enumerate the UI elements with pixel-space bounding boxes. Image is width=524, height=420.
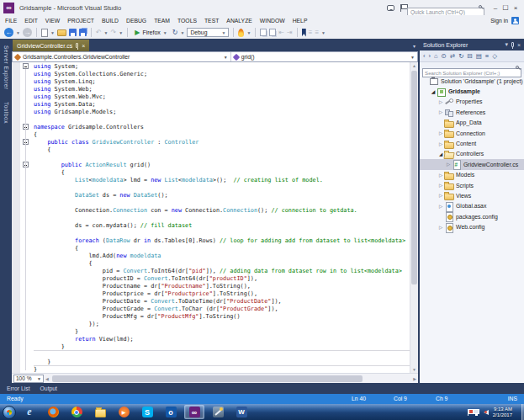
pin-icon[interactable] xyxy=(511,42,514,47)
taskbar-skype[interactable]: S xyxy=(137,405,157,419)
expander-icon[interactable]: ▷ xyxy=(437,141,444,146)
editor-zoom-combo[interactable]: 100 % ▼ xyxy=(13,375,44,383)
forward-icon[interactable]: › xyxy=(429,52,431,60)
navigate-to-icon[interactable] xyxy=(269,29,276,36)
menu-test[interactable]: TEST xyxy=(204,18,219,24)
show-all-files-icon[interactable]: ▤ xyxy=(476,52,482,60)
scroll-left-icon[interactable]: ◀ xyxy=(45,376,49,381)
expander-icon[interactable]: ▷ xyxy=(437,204,444,209)
decrease-indent-icon[interactable]: ⇤ xyxy=(278,28,284,37)
taskbar-chrome[interactable] xyxy=(66,405,87,419)
dropdown-arrow-icon[interactable]: ▼ xyxy=(104,30,109,35)
expander-icon[interactable]: ▷ xyxy=(437,183,444,188)
scroll-up-icon[interactable]: ▲ xyxy=(412,62,416,69)
dropdown-arrow-icon[interactable]: ▼ xyxy=(321,30,326,35)
dropdown-arrow-icon[interactable]: ▼ xyxy=(50,30,55,35)
expander-icon[interactable]: ◢ xyxy=(437,152,444,157)
taskbar-word[interactable]: W xyxy=(231,405,251,419)
uncomment-lines-icon[interactable]: ≡ xyxy=(315,28,319,37)
tree-item-views[interactable]: ▷Views xyxy=(420,190,524,200)
outlining-margin[interactable] xyxy=(20,62,33,373)
taskbar-fixit-center[interactable] xyxy=(208,405,228,419)
bookmark-icon[interactable] xyxy=(302,29,306,37)
dropdown-arrow-icon[interactable]: ▼ xyxy=(16,30,20,35)
tray-network-icon[interactable] xyxy=(473,409,479,414)
increase-indent-icon[interactable]: ⇥ xyxy=(287,28,293,37)
dropdown-arrow-icon[interactable]: ▼ xyxy=(119,30,123,35)
tool-tab-server-explorer[interactable]: Server Explorer xyxy=(3,45,9,90)
home-icon[interactable]: ⌂ xyxy=(434,52,438,60)
tree-item-gridsample[interactable]: ◢Gridsample xyxy=(420,86,524,96)
redo-icon[interactable]: ↷ xyxy=(111,28,117,37)
menu-debug[interactable]: DEBUG xyxy=(126,18,146,24)
collapse-region-icon[interactable] xyxy=(23,63,29,69)
tree-item-models[interactable]: ▷Models xyxy=(420,170,524,180)
sync-with-active-document-icon[interactable]: ⇄ xyxy=(450,52,455,60)
breakpoint-margin[interactable] xyxy=(12,62,20,373)
expander-icon[interactable]: ▷ xyxy=(437,99,444,104)
member-dropdown[interactable]: grid() ▼ xyxy=(231,52,417,61)
taskbar-visual-studio[interactable]: ∞ xyxy=(184,405,204,419)
refresh-icon[interactable]: ↻ xyxy=(458,52,463,60)
scrollbar-thumb[interactable] xyxy=(411,71,417,284)
tray-volume-icon[interactable] xyxy=(484,410,489,415)
user-account-icon[interactable] xyxy=(511,17,519,24)
tray-action-center-icon[interactable] xyxy=(468,409,468,416)
collapse-all-icon[interactable]: ⊟ xyxy=(467,52,472,60)
tree-item-gridviewcontroller-cs[interactable]: ▷GridviewController.cs xyxy=(420,159,524,169)
new-file-icon[interactable] xyxy=(41,29,48,37)
navigate-forward-icon[interactable]: → xyxy=(23,28,32,37)
tree-item-content[interactable]: ▷Content xyxy=(420,138,524,148)
dropdown-arrow-icon[interactable]: ▼ xyxy=(246,30,251,35)
tool-tab-toolbox[interactable]: Toolbox xyxy=(3,102,9,124)
vertical-scrollbar[interactable]: ▲ ▼ xyxy=(410,62,418,373)
menu-edit[interactable]: EDIT xyxy=(24,18,37,24)
horizontal-scrollbar[interactable] xyxy=(50,375,411,382)
menu-tools[interactable]: TOOLS xyxy=(177,18,197,24)
tree-item-references[interactable]: ▷References xyxy=(420,107,524,117)
taskbar-file-explorer[interactable] xyxy=(90,405,110,419)
menu-project[interactable]: PROJECT xyxy=(67,18,94,24)
restore-button[interactable]: ☐ xyxy=(500,4,511,12)
menu-view[interactable]: VIEW xyxy=(45,18,60,24)
dropdown-arrow-icon[interactable]: ▼ xyxy=(180,30,184,35)
close-panel-icon[interactable]: × xyxy=(517,42,521,48)
feedback-icon[interactable] xyxy=(387,5,394,11)
type-dropdown[interactable]: Gridsample.Controllers.GridviewControlle… xyxy=(13,52,231,61)
menu-help[interactable]: HELP xyxy=(293,18,308,24)
expander-icon[interactable]: ◢ xyxy=(430,89,437,94)
panel-tab-error-list[interactable]: Error List xyxy=(7,385,30,391)
save-all-icon[interactable] xyxy=(79,29,87,36)
tree-item-app-data[interactable]: App_Data xyxy=(420,118,524,128)
minimize-button[interactable]: – xyxy=(490,4,500,12)
expander-icon[interactable]: ▷ xyxy=(437,173,444,178)
expander-icon[interactable]: ▷ xyxy=(437,193,444,198)
tree-item-web-config[interactable]: ▷Web.config xyxy=(420,221,524,231)
save-icon[interactable] xyxy=(69,29,77,36)
menu-window[interactable]: WINDOW xyxy=(260,18,285,24)
undo-icon[interactable]: ↶ xyxy=(96,28,102,37)
properties-icon[interactable]: ≡ xyxy=(485,52,489,60)
tree-item-connection[interactable]: ▷Connection xyxy=(420,128,524,138)
notifications-flag-icon[interactable] xyxy=(400,4,401,12)
close-button[interactable]: × xyxy=(511,4,521,12)
back-icon[interactable]: ‹ xyxy=(423,52,426,60)
sign-in-link[interactable]: Sign in xyxy=(490,18,508,24)
expander-icon[interactable]: ▷ xyxy=(437,225,444,230)
tree-item-packages-config[interactable]: packages.config xyxy=(420,211,524,221)
navigate-backward-icon[interactable]: ← xyxy=(4,28,13,37)
solution-explorer-header[interactable]: Solution Explorer ▾ × xyxy=(420,39,524,51)
intellitrace-icon[interactable] xyxy=(238,29,244,37)
tree-item-scripts[interactable]: ▷Scripts xyxy=(420,180,524,190)
menu-team[interactable]: TEAM xyxy=(154,18,170,24)
expander-icon[interactable]: ▷ xyxy=(437,130,444,136)
panel-tab-output[interactable]: Output xyxy=(40,385,57,391)
refresh-icon[interactable]: ↻ xyxy=(172,28,178,37)
menu-build[interactable]: BUILD xyxy=(102,18,119,24)
document-tab[interactable]: GridviewController.cs × xyxy=(13,40,89,51)
taskbar-firefox[interactable] xyxy=(43,405,63,419)
solution-configurations-combo[interactable]: Debug▼ xyxy=(187,28,229,37)
tree-item-properties[interactable]: ▷Properties xyxy=(420,97,524,107)
menu-analyze[interactable]: ANALYZE xyxy=(226,18,251,24)
comment-lines-icon[interactable]: ≡ xyxy=(309,28,313,37)
